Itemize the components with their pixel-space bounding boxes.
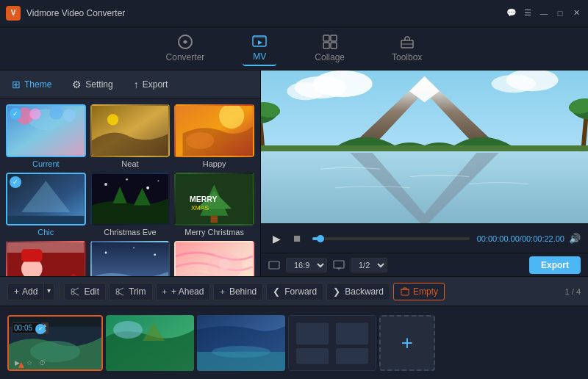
- progress-dot: [317, 235, 324, 242]
- svg-point-38: [154, 253, 156, 256]
- svg-point-23: [104, 183, 107, 186]
- theme-item-stripes-waves[interactable]: Stripes & Waves: [174, 241, 254, 276]
- tab-converter[interactable]: Converter: [157, 31, 214, 65]
- svg-line-64: [74, 288, 79, 290]
- svg-line-69: [119, 293, 123, 295]
- svg-point-63: [71, 292, 74, 295]
- empty-button[interactable]: Empty: [393, 283, 445, 300]
- setting-button[interactable]: ⚙ Setting: [68, 76, 117, 93]
- timeline-clip-2[interactable]: [106, 315, 194, 371]
- maximize-icon[interactable]: □: [554, 7, 566, 19]
- tab-mv-label: MV: [253, 51, 266, 62]
- timeline-clip-1[interactable]: ▲ ▼ ✓ ▶ ☆ ⏱ ▲: [7, 315, 103, 371]
- close-icon[interactable]: ✕: [570, 7, 582, 19]
- chat-icon[interactable]: 💬: [506, 7, 517, 19]
- svg-point-82: [212, 346, 270, 358]
- add-clip-button[interactable]: +: [379, 315, 435, 371]
- theme-button[interactable]: ⊞ Theme: [7, 76, 56, 93]
- behind-button[interactable]: + Behind: [213, 283, 263, 300]
- svg-rect-86: [296, 347, 329, 364]
- theme-item-chic[interactable]: ✓ Chic: [6, 173, 86, 237]
- svg-rect-70: [401, 289, 409, 295]
- theme-check-current: ✓: [10, 108, 21, 120]
- theme-item-happy[interactable]: Happy: [174, 104, 254, 168]
- fraction-select[interactable]: 1/2 1/1 3/4: [351, 258, 387, 272]
- title-bar: V Vidmore Video Converter 💬 ☰ — □ ✕: [0, 0, 588, 26]
- clip-check-1: ✓: [35, 324, 46, 334]
- panel-toolbar: ⊞ Theme ⚙ Setting ↑ Export: [0, 71, 260, 98]
- right-panel: ▶ ⏹ 00:00:00.00/00:00:22.00 🔊 16:9 4:3 1…: [261, 71, 588, 276]
- ahead-button[interactable]: + + Ahead: [156, 283, 211, 300]
- backward-button[interactable]: ❯ Backward: [326, 283, 390, 300]
- timeline-clip-3[interactable]: [197, 315, 285, 371]
- main-content: ⊞ Theme ⚙ Setting ↑ Export ✓: [0, 71, 588, 276]
- preview-controls: ▶ ⏹ 00:00:00.00/00:00:22.00 🔊: [261, 223, 588, 253]
- theme-item-current[interactable]: ✓ Current: [6, 104, 86, 168]
- collage-icon: [322, 34, 338, 50]
- toolbox-icon: [399, 34, 415, 50]
- aspect-ratio-icon: [268, 259, 280, 271]
- svg-point-24: [126, 178, 128, 181]
- theme-item-neat[interactable]: Neat: [90, 104, 171, 168]
- tab-toolbox[interactable]: Toolbox: [383, 31, 431, 65]
- add-dropdown[interactable]: ▾: [43, 284, 54, 300]
- trim-button[interactable]: Trim: [109, 283, 153, 300]
- add-button[interactable]: + Add: [8, 284, 43, 300]
- backward-label: Backward: [345, 286, 384, 297]
- tab-collage[interactable]: Collage: [306, 31, 354, 65]
- tab-toolbox-label: Toolbox: [392, 52, 422, 62]
- theme-label-happy: Happy: [203, 159, 226, 168]
- menu-icon[interactable]: ☰: [522, 7, 534, 19]
- svg-rect-32: [7, 242, 85, 253]
- theme-item-santa-claus[interactable]: Santa Claus: [6, 241, 86, 276]
- svg-point-43: [219, 259, 230, 270]
- theme-label-current: Current: [32, 159, 60, 168]
- plus-icon: +: [14, 286, 19, 297]
- ahead-plus-icon: +: [162, 287, 167, 296]
- bottom-toolbar: + Add ▾ Edit Trim + + Ahead + Behind ❮: [0, 276, 588, 306]
- theme-item-snowy-night[interactable]: Snowy Night: [90, 241, 171, 276]
- svg-line-65: [74, 293, 79, 295]
- nav-tabs: Converter MV Collage: [0, 26, 588, 71]
- svg-line-68: [119, 288, 123, 290]
- progress-bar[interactable]: [312, 237, 470, 240]
- screen-icon: [333, 259, 345, 271]
- aspect-ratio-select[interactable]: 16:9 4:3 1:1: [286, 258, 327, 272]
- export-row: 16:9 4:3 1:1 1/2 1/1 3/4 Export: [261, 253, 588, 276]
- svg-rect-56: [261, 145, 588, 151]
- behind-plus-icon: +: [220, 287, 224, 296]
- time-current: 00:00:00.00: [477, 234, 520, 243]
- play-button[interactable]: ▶: [268, 231, 284, 247]
- svg-text:MERRY: MERRY: [190, 195, 217, 203]
- edit-label: Edit: [84, 286, 99, 297]
- svg-rect-59: [334, 261, 344, 268]
- add-label: Add: [22, 286, 37, 297]
- svg-point-79: [113, 321, 143, 339]
- svg-point-67: [116, 292, 119, 295]
- timeline-clip-4[interactable]: [288, 315, 376, 371]
- preview-area: [261, 71, 588, 223]
- ahead-label: + Ahead: [171, 286, 204, 297]
- svg-rect-85: [336, 322, 368, 344]
- export-button[interactable]: Export: [529, 256, 581, 274]
- edit-button[interactable]: Edit: [64, 283, 106, 300]
- forward-button[interactable]: ❮ Forward: [266, 283, 323, 300]
- tab-mv[interactable]: MV: [243, 30, 276, 66]
- converter-icon: [177, 34, 193, 50]
- svg-rect-87: [336, 347, 368, 364]
- clip-clock-icon[interactable]: ⏱: [37, 358, 47, 368]
- svg-rect-4: [331, 35, 337, 41]
- volume-icon[interactable]: 🔊: [569, 233, 581, 244]
- svg-rect-58: [269, 261, 279, 269]
- svg-rect-28: [211, 216, 218, 223]
- stop-button[interactable]: ⏹: [289, 231, 305, 247]
- theme-item-merry-christmas[interactable]: MERRY XMAS Merry Christmas: [174, 173, 254, 237]
- export-panel-button[interactable]: ↑ Export: [129, 76, 173, 93]
- theme-grid-icon: ⊞: [12, 79, 21, 90]
- theme-grid: ✓ Current: [0, 98, 260, 276]
- minimize-icon[interactable]: —: [538, 7, 550, 19]
- theme-item-christmas-eve[interactable]: Christmas Eve: [90, 173, 171, 237]
- page-indicator: 1 / 4: [565, 287, 581, 296]
- svg-rect-6: [331, 43, 337, 48]
- svg-point-25: [146, 187, 149, 190]
